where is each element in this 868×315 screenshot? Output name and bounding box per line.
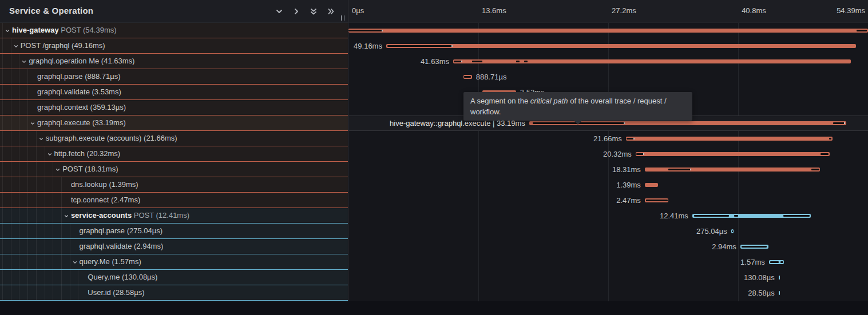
collapse-chevron-icon[interactable]	[64, 213, 69, 219]
indent-guide	[78, 270, 78, 285]
indent-guide	[2, 177, 3, 192]
indent-guide	[61, 285, 62, 300]
span-row[interactable]: graphql.execute (33.19ms)	[0, 115, 348, 131]
indent-guide	[27, 285, 28, 300]
indent-guide	[36, 131, 37, 146]
span-label: http.fetch (20.32ms)	[54, 146, 121, 161]
indent-guide	[11, 208, 11, 223]
indent-guide	[27, 224, 28, 238]
indent-guide	[11, 54, 11, 69]
indent-guide	[36, 224, 37, 238]
span-duration-label: 1.39ms	[616, 177, 641, 193]
indent-guide	[19, 85, 19, 99]
span-label: graphql.execute (33.19ms)	[37, 115, 126, 130]
timeline-row: 41.63ms	[348, 54, 868, 69]
indent-guide	[19, 224, 19, 238]
indent-guide	[19, 146, 19, 161]
span-bar[interactable]	[348, 29, 868, 33]
axis-tick-label: 13.6ms	[482, 6, 506, 15]
span-row[interactable]: http.fetch (20.32ms)	[0, 146, 348, 162]
timeline-row: 130.08µs	[348, 270, 868, 285]
span-bar[interactable]	[645, 183, 658, 187]
span-row[interactable]: graphql.parse (888.71µs)	[0, 69, 348, 85]
chevron-right-icon[interactable]	[292, 7, 301, 16]
span-label: graphql.validate (3.53ms)	[37, 85, 121, 99]
indent-guide	[27, 254, 28, 269]
collapse-chevron-icon[interactable]	[72, 260, 78, 265]
indent-guide	[19, 254, 19, 269]
indent-guide	[2, 146, 3, 161]
tooltip-text-italic: critical path	[530, 97, 568, 105]
timeline-row	[348, 23, 868, 38]
critical-path-segment	[472, 61, 482, 62]
indent-guide	[11, 270, 11, 285]
indent-guide	[70, 285, 70, 300]
axis-tick-label: 27.2ms	[612, 6, 636, 15]
indent-guide	[19, 193, 19, 208]
span-row[interactable]: dns.lookup (1.39ms)	[0, 177, 348, 193]
collapse-chevron-icon[interactable]	[38, 136, 44, 142]
collapse-chevron-icon[interactable]	[5, 28, 10, 34]
span-bar[interactable]	[779, 276, 780, 280]
indent-guide	[19, 115, 19, 130]
span-row[interactable]: Query.me (130.08µs)	[0, 270, 348, 285]
indent-guide	[2, 254, 3, 269]
indent-guide	[11, 146, 11, 161]
collapse-chevron-icon[interactable]	[21, 59, 27, 65]
service-name: service-accounts	[71, 211, 132, 220]
collapse-chevron-icon[interactable]	[47, 151, 53, 157]
span-row[interactable]: tcp.connect (2.47ms)	[0, 193, 348, 208]
span-bar[interactable]	[626, 137, 833, 141]
span-bar[interactable]	[779, 291, 780, 295]
span-row[interactable]: graphql.parse (275.04µs)	[0, 224, 348, 239]
span-row[interactable]: service-accounts POST (12.41ms)	[0, 208, 348, 224]
span-tree-rows: hive-gateway POST (54.39ms)POST /graphql…	[0, 23, 348, 301]
indent-guide	[19, 54, 19, 69]
indent-guide	[27, 177, 28, 192]
critical-path-cap	[624, 122, 625, 124]
span-row[interactable]: POST (18.31ms)	[0, 162, 348, 177]
tree-header-icons	[275, 7, 335, 16]
collapse-chevron-icon[interactable]	[30, 121, 35, 126]
timeline-row: 20.32ms	[348, 146, 868, 162]
indent-guide	[11, 254, 11, 269]
indent-guide	[45, 254, 45, 269]
indent-guide	[36, 162, 37, 177]
critical-path-segment	[811, 169, 819, 170]
indent-guide	[78, 285, 78, 300]
span-bar[interactable]	[453, 59, 851, 63]
double-chevron-right-icon[interactable]	[326, 7, 335, 16]
collapse-chevron-icon[interactable]	[55, 167, 61, 173]
span-label: graphql.parse (275.04µs)	[80, 224, 163, 238]
span-row[interactable]: graphql.context (359.13µs)	[0, 100, 348, 115]
critical-path-segment	[732, 230, 733, 232]
critical-path-segment	[694, 215, 729, 217]
indent-guide	[36, 146, 37, 161]
indent-guide	[53, 270, 53, 285]
timeline-rows: 49.16ms41.63ms888.71µs3.53ms359.13µshive…	[348, 23, 868, 301]
span-row[interactable]: hive-gateway POST (54.39ms)	[0, 23, 348, 38]
chevron-down-icon[interactable]	[275, 7, 284, 16]
indent-guide	[11, 115, 11, 130]
span-row[interactable]: graphql.validate (2.94ms)	[0, 239, 348, 254]
span-row[interactable]: query.Me (1.57ms)	[0, 254, 348, 270]
span-row[interactable]: graphql.operation Me (41.63ms)	[0, 54, 348, 69]
critical-path-cap	[643, 153, 644, 155]
indent-guide	[53, 254, 53, 269]
axis-tick-label: 40.8ms	[742, 6, 766, 15]
span-label: service-accounts POST (12.41ms)	[71, 208, 189, 223]
span-row[interactable]: POST /graphql (49.16ms)	[0, 38, 348, 54]
span-row[interactable]: User.id (28.58µs)	[0, 285, 348, 301]
critical-path-segment	[780, 261, 783, 263]
span-bar[interactable]	[386, 44, 856, 48]
collapse-chevron-icon[interactable]	[13, 43, 19, 49]
span-row[interactable]: graphql.validate (3.53ms)	[0, 85, 348, 100]
indent-guide	[27, 85, 28, 99]
double-chevron-down-icon[interactable]	[309, 7, 318, 16]
critical-path-segment	[783, 215, 810, 217]
axis-tick-label: 0µs	[352, 6, 364, 15]
span-row[interactable]: subgraph.execute (accounts) (21.66ms)	[0, 131, 348, 146]
panel-resize-grip[interactable]	[341, 15, 344, 21]
span-bar[interactable]	[636, 152, 830, 156]
indent-guide	[61, 193, 62, 208]
